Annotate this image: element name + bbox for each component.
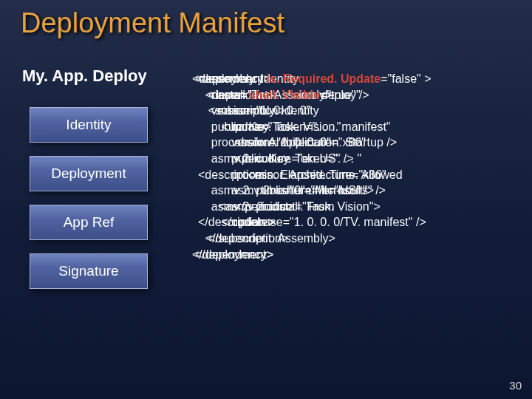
code-text: <subscription> <update> <before. Applica…	[195, 104, 403, 260]
code-layer-deployment: <deployment is. Required. Update="false"…	[195, 71, 432, 262]
sidebar-item-signature: Signature	[30, 253, 148, 289]
page-title: Deployment Manifest	[21, 7, 284, 39]
sidebar: Identity Deployment App Ref Signature	[30, 107, 148, 289]
sidebar-item-deployment: Deployment	[30, 156, 148, 191]
code-text: <deployment	[195, 72, 267, 85]
subtitle: My. App. Deploy	[22, 66, 147, 86]
code-attr-highlight: shell. Visible	[248, 89, 320, 101]
code-text: ="false" >	[381, 72, 431, 85]
slide: Deployment Manifest My. App. Deploy Iden…	[0, 0, 532, 399]
page-number: 30	[509, 379, 522, 392]
code-attr-highlight: is. Required. Update	[267, 72, 381, 85]
code-text: ="true" />	[320, 89, 369, 101]
sidebar-item-identity: Identity	[30, 107, 148, 143]
code-area: <dependency> <dependent. Assembly> <asse…	[192, 71, 517, 352]
sidebar-item-appref: App Ref	[30, 205, 148, 240]
code-text: <install	[195, 89, 248, 101]
